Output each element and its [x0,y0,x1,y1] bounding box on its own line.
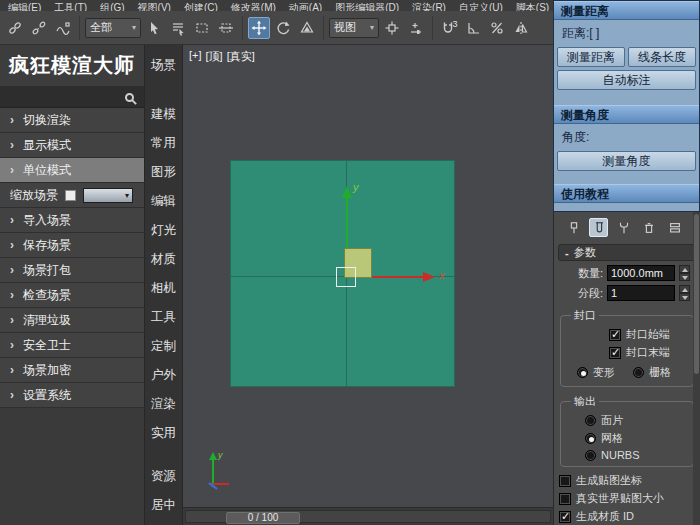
nurbs-radio-row[interactable]: NURBS [585,449,689,461]
parameters-rollout-header[interactable]: - 参数 [558,244,696,261]
tab-render[interactable]: 渲染 [145,390,182,419]
mesh-radio[interactable] [585,433,596,444]
menu-edit[interactable]: 编辑(E) [8,0,41,11]
selection-filter-dropdown[interactable]: 全部 ▾ [85,18,141,38]
plugin-item-switch-render[interactable]: › 切换渲染 [0,108,144,133]
auto-annotate-button[interactable]: 自动标注 [557,70,696,90]
real-world-map-row[interactable]: 真实世界贴图大小 [559,491,700,506]
tab-shapes[interactable]: 图形 [145,158,182,187]
tab-scene[interactable]: 场景 [145,51,182,80]
select-object-icon[interactable] [143,17,165,39]
measure-angle-header[interactable]: 测量角度 [554,105,699,124]
select-and-move-icon[interactable] [248,17,270,39]
scrollbar-thumb[interactable] [694,214,699,374]
real-world-map-checkbox[interactable] [559,493,571,505]
gen-material-id-row[interactable]: 生成材质 ID [559,509,700,524]
plugin-item-unit-mode[interactable]: › 单位模式 [0,158,144,183]
search-icon[interactable] [125,93,134,102]
patch-radio[interactable] [585,415,596,426]
mirror-icon[interactable] [510,17,532,39]
plugin-item-encrypt-scene[interactable]: › 场景加密 [0,358,144,383]
plugin-item-import-scene[interactable]: › 导入场景 [0,208,144,233]
command-panel-scrollbar[interactable] [693,212,700,525]
nurbs-radio[interactable] [585,450,596,461]
tab-tools[interactable]: 工具 [145,303,182,332]
grid-radio[interactable] [633,367,644,378]
plugin-item-system-settings[interactable]: › 设置系统 [0,383,144,408]
configure-modifier-sets-icon[interactable] [665,218,684,237]
scale-scene-checkbox[interactable] [65,190,76,201]
gen-material-id-checkbox[interactable] [559,511,571,523]
menu-modifiers[interactable]: 修改器(M) [231,0,276,11]
tab-modeling[interactable]: 建模 [145,100,182,129]
select-and-manipulate-icon[interactable] [405,17,427,39]
tab-resources[interactable]: 资源 [145,462,182,491]
measure-distance-header[interactable]: 测量距离 [554,1,699,20]
plugin-item-check-scene[interactable]: › 检查场景 [0,283,144,308]
measure-angle-button[interactable]: 测量角度 [557,151,696,171]
patch-radio-row[interactable]: 面片 [585,413,689,428]
plugin-item-save-scene[interactable]: › 保存场景 [0,233,144,258]
select-and-scale-icon[interactable] [296,17,318,39]
menu-customize[interactable]: 自定义(U) [459,0,503,11]
measure-distance-button[interactable]: 测量距离 [557,47,625,67]
cap-start-row[interactable]: 封口始端 [609,327,689,342]
use-pivot-center-icon[interactable] [381,17,403,39]
menu-group[interactable]: 组(G) [100,0,124,11]
segments-field[interactable]: 1 [607,285,675,301]
viewport-menu-view[interactable]: [顶] [206,49,223,64]
make-unique-icon[interactable] [615,218,634,237]
tab-edit[interactable]: 编辑 [145,187,182,216]
angle-snap-icon[interactable] [462,17,484,39]
grid-radio-row[interactable]: 栅格 [633,365,671,380]
tab-center[interactable]: 居中 [145,491,182,520]
menu-animation[interactable]: 动画(A) [289,0,322,11]
remove-modifier-icon[interactable] [640,218,659,237]
amount-spinner[interactable] [679,265,690,281]
plugin-item-security-guard[interactable]: › 安全卫士 [0,333,144,358]
plugin-item-pack-scene[interactable]: › 场景打包 [0,258,144,283]
viewport-menu-general[interactable]: [+] [189,49,202,64]
cap-start-checkbox[interactable] [609,329,621,341]
tab-lights[interactable]: 灯光 [145,216,182,245]
tab-common[interactable]: 常用 [145,129,182,158]
select-and-link-icon[interactable] [4,17,26,39]
tab-materials[interactable]: 材质 [145,245,182,274]
tab-outdoor[interactable]: 户外 [145,361,182,390]
cap-end-checkbox[interactable] [609,347,621,359]
tab-utility[interactable]: 实用 [145,419,182,448]
menu-views[interactable]: 视图(V) [138,0,171,11]
window-crossing-icon[interactable] [215,17,237,39]
plugin-item-display-mode[interactable]: › 显示模式 [0,133,144,158]
gen-mapping-coords-checkbox[interactable] [559,475,571,487]
gen-mapping-coords-row[interactable]: 生成贴图坐标 [559,473,700,488]
plugin-item-clean-junk[interactable]: › 清理垃圾 [0,308,144,333]
mesh-radio-row[interactable]: 网格 [585,431,689,446]
snap-toggle-3d-icon[interactable]: 3 [438,17,460,39]
select-by-name-icon[interactable] [167,17,189,39]
morph-radio[interactable] [577,367,588,378]
menu-rendering[interactable]: 渲染(R) [412,0,446,11]
menu-tools[interactable]: 工具(T) [54,0,87,11]
segments-spinner[interactable] [679,285,690,301]
plugin-search-bar[interactable] [0,87,144,108]
reference-coordinate-dropdown[interactable]: 视图 ▾ [329,18,379,38]
viewport-menu-shading[interactable]: [真实] [227,49,255,64]
bind-to-spacewarp-icon[interactable] [52,17,74,39]
cap-end-row[interactable]: 封口末端 [609,345,689,360]
select-and-rotate-icon[interactable] [272,17,294,39]
menu-graph-editors[interactable]: 图形编辑器(D) [335,0,399,11]
selection-region-icon[interactable] [191,17,213,39]
menu-scripting[interactable]: 脚本(S) [516,0,549,11]
unlink-selection-icon[interactable] [28,17,50,39]
amount-field[interactable]: 1000.0mm [607,265,675,281]
morph-radio-row[interactable]: 变形 [577,365,615,380]
tab-cameras[interactable]: 相机 [145,274,182,303]
menu-create[interactable]: 创建(C) [184,0,218,11]
tutorial-header[interactable]: 使用教程 [554,184,699,203]
pin-stack-icon[interactable] [564,218,583,237]
line-length-button[interactable]: 线条长度 [628,47,696,67]
tab-custom[interactable]: 定制 [145,332,182,361]
show-end-result-icon[interactable] [589,218,608,237]
viewport-top[interactable]: [+] [顶] [真实] y x y [183,45,553,507]
